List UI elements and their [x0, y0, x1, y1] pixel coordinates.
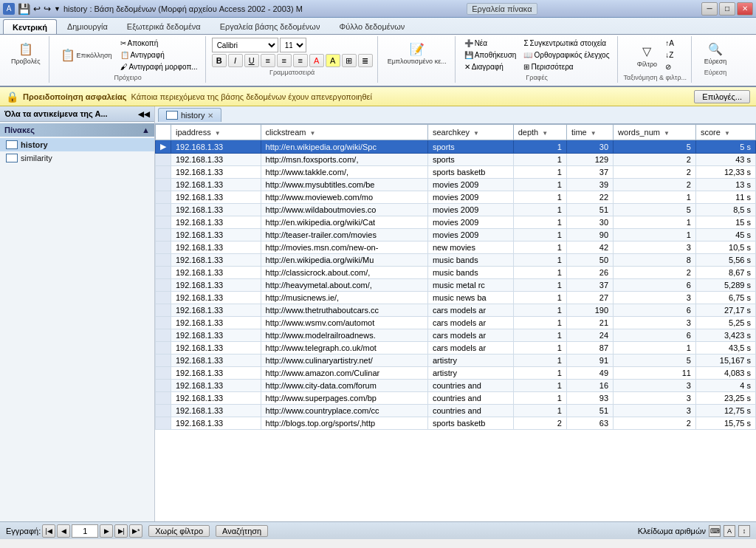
cell-clickstream: http://www.thetruthaboutcars.cc — [261, 304, 427, 317]
spell-button[interactable]: 📖 Ορθογραφικός έλεγχος — [520, 49, 612, 61]
status-left: Εγγραφή: |◀ ◀ ▶ ▶| ▶* Χωρίς φίλτρο Αναζή… — [6, 524, 268, 538]
grid-lines-button[interactable]: ⊞ — [342, 54, 357, 67]
col-header-ipaddress[interactable]: ipaddress ▼ — [171, 125, 261, 140]
table-row[interactable]: 192.168.1.33http://www.thetruthaboutcars… — [156, 304, 756, 317]
col-header-score[interactable]: score ▼ — [695, 125, 755, 140]
underline-button[interactable]: U — [244, 54, 259, 67]
table-row[interactable]: 192.168.1.33http://www.wsmv.com/automotc… — [156, 317, 756, 329]
sidebar-section-arrow[interactable]: ▲ — [142, 126, 150, 134]
align-right-button[interactable]: ≡ — [293, 54, 308, 67]
search-button[interactable]: Αναζήτηση — [216, 525, 268, 537]
font-color-button[interactable]: A — [309, 54, 324, 67]
cell-ipaddress: 192.168.1.33 — [171, 254, 261, 267]
find-button[interactable]: 🔍 Εύρεση — [701, 38, 731, 67]
table-row[interactable]: 192.168.1.33http://www.movieweb.com/momo… — [156, 191, 756, 204]
quick-save[interactable]: 💾 — [18, 3, 30, 15]
table-row[interactable]: 192.168.1.33http://en.wikipedia.org/wiki… — [156, 254, 756, 267]
save-record-button[interactable]: 💾 Αποθήκευση — [461, 49, 520, 61]
cell-clickstream: http://www.movieweb.com/mo — [261, 191, 427, 204]
delete-record-button[interactable]: ✕ Διαγραφή — [461, 61, 520, 72]
table-row[interactable]: 192.168.1.33http://movies.msn.com/new-on… — [156, 242, 756, 254]
font-family-select[interactable]: Calibri — [212, 38, 278, 52]
minimize-button[interactable]: ─ — [701, 2, 718, 16]
remove-sort-button[interactable]: ⊘ — [662, 61, 677, 72]
nav-next-button[interactable]: ▶ — [100, 524, 113, 538]
col-header-depth[interactable]: depth ▼ — [513, 125, 566, 140]
table-row[interactable]: ▶192.168.1.33http://en.wikipedia.org/wik… — [156, 140, 756, 154]
table-row[interactable]: 192.168.1.33http://www.takkle.com/,sport… — [156, 166, 756, 179]
rich-text-button[interactable]: 📝 Εμπλουτισμένο κε... — [384, 38, 450, 67]
tab-datasheet[interactable]: Φύλλο δεδομένων — [330, 19, 413, 34]
filter-button[interactable]: ▽ Φίλτρο — [633, 41, 661, 70]
cell-depth: 1 — [513, 292, 566, 304]
cell-clickstream: http://www.amazon.com/Culinar — [261, 367, 427, 380]
italic-button[interactable]: I — [228, 54, 243, 67]
maximize-button[interactable]: □ — [719, 2, 735, 16]
copy-button[interactable]: 📋 Αντιγραφή — [117, 49, 201, 61]
view-button[interactable]: 📋 Προβολές — [7, 38, 44, 67]
quick-redo[interactable]: ↪ — [44, 4, 51, 14]
table-row[interactable]: 192.168.1.33http://www.wildaboutmovies.c… — [156, 204, 756, 216]
table-row[interactable]: 192.168.1.33http://www.mysubtitles.com/b… — [156, 179, 756, 191]
totals-button[interactable]: Σ Συγκεντρωτικά στοιχεία — [520, 38, 612, 49]
table-row[interactable]: 192.168.1.33http://msn.foxsports.com/,sp… — [156, 154, 756, 166]
table-row[interactable]: 192.168.1.33http://www.modelrailroadnews… — [156, 329, 756, 342]
tab-home[interactable]: Κεντρική — [3, 19, 57, 34]
table-row[interactable]: 192.168.1.33http://www.culinaryartistry.… — [156, 355, 756, 367]
cell-score: 4,083 s — [695, 367, 755, 380]
sort-asc-button[interactable]: ↑A — [662, 38, 677, 49]
cell-ipaddress: 192.168.1.33 — [171, 279, 261, 292]
cell-score: 6,75 s — [695, 292, 755, 304]
bold-button[interactable]: B — [212, 54, 227, 67]
new-record-button[interactable]: ➕ Νέα — [461, 38, 520, 49]
nav-last-button[interactable]: ▶| — [114, 524, 128, 538]
sidebar-item-similarity[interactable]: similarity — [0, 151, 154, 165]
quick-dropdown[interactable]: ▼ — [54, 5, 61, 13]
close-button[interactable]: ✕ — [737, 2, 753, 16]
more-button[interactable]: ⊞ Περισσότερα — [520, 61, 612, 72]
paste-button[interactable]: 📋 Επικόλληση — [55, 44, 116, 66]
data-table: ipaddress ▼ clickstream ▼ searchkey ▼ — [155, 124, 756, 430]
nav-first-button[interactable]: |◀ — [42, 524, 55, 538]
tab-database-tools[interactable]: Εργαλεία βάσης δεδομένων — [211, 19, 329, 34]
sidebar-item-history[interactable]: history — [0, 138, 154, 151]
security-options-button[interactable]: Επιλογές... — [694, 90, 750, 103]
table-row[interactable]: 192.168.1.33http://heavymetal.about.com/… — [156, 279, 756, 292]
table-row[interactable]: 192.168.1.33http://www.amazon.com/Culina… — [156, 367, 756, 380]
table-row[interactable]: 192.168.1.33http://www.city-data.com/for… — [156, 380, 756, 392]
table-row[interactable]: 192.168.1.33http://classicrock.about.com… — [156, 267, 756, 279]
alt-row-color-button[interactable]: ≣ — [358, 54, 373, 67]
font-size-select[interactable]: 11 — [280, 38, 306, 52]
align-center-button[interactable]: ≡ — [277, 54, 292, 67]
align-left-button[interactable]: ≡ — [261, 54, 275, 67]
table-row[interactable]: 192.168.1.33http://www.telegraph.co.uk/m… — [156, 342, 756, 355]
col-header-words-num[interactable]: words_num ▼ — [614, 125, 696, 140]
table-row[interactable]: 192.168.1.33http://www.superpages.com/bp… — [156, 392, 756, 405]
record-number-input[interactable] — [72, 524, 98, 538]
cell-score: 43 s — [695, 154, 755, 166]
table-row[interactable]: 192.168.1.33http://www.countryplace.com/… — [156, 405, 756, 417]
sort-desc-button[interactable]: ↓Z — [662, 49, 677, 61]
col-header-time[interactable]: time ▼ — [566, 125, 613, 140]
quick-undo[interactable]: ↩ — [33, 4, 41, 14]
table-header-row: ipaddress ▼ clickstream ▼ searchkey ▼ — [156, 125, 756, 140]
format-painter-button[interactable]: 🖌 Αντιγραφή μορφοπ... — [117, 61, 201, 72]
table-row[interactable]: 192.168.1.33http://musicnews.ie/,music n… — [156, 292, 756, 304]
cell-clickstream: http://movies.msn.com/new-on- — [261, 242, 427, 254]
no-filter-button[interactable]: Χωρίς φίλτρο — [148, 525, 210, 537]
table-row[interactable]: 192.168.1.33http://en.wikipedia.org/wiki… — [156, 216, 756, 229]
table-row[interactable]: 192.168.1.33http://teaser-trailer.com/mo… — [156, 229, 756, 242]
tab-close-button[interactable]: ✕ — [207, 112, 213, 120]
sidebar-collapse-arrow[interactable]: ◀◀ — [138, 110, 150, 118]
nav-prev-button[interactable]: ◀ — [57, 524, 70, 538]
content-tab-history[interactable]: history ✕ — [158, 108, 221, 122]
tab-external[interactable]: Εξωτερικά δεδομένα — [118, 19, 210, 34]
cell-searchkey: countries and — [427, 405, 513, 417]
highlight-button[interactable]: A — [326, 54, 340, 67]
cut-button[interactable]: ✂ Αποκοπή — [117, 38, 201, 49]
col-header-clickstream[interactable]: clickstream ▼ — [261, 125, 427, 140]
col-header-searchkey[interactable]: searchkey ▼ — [427, 125, 513, 140]
nav-new-button[interactable]: ▶* — [129, 524, 142, 538]
table-row[interactable]: 192.168.1.33http://blogs.top.org/sports/… — [156, 417, 756, 430]
tab-create[interactable]: Δημιουργία — [58, 19, 117, 34]
